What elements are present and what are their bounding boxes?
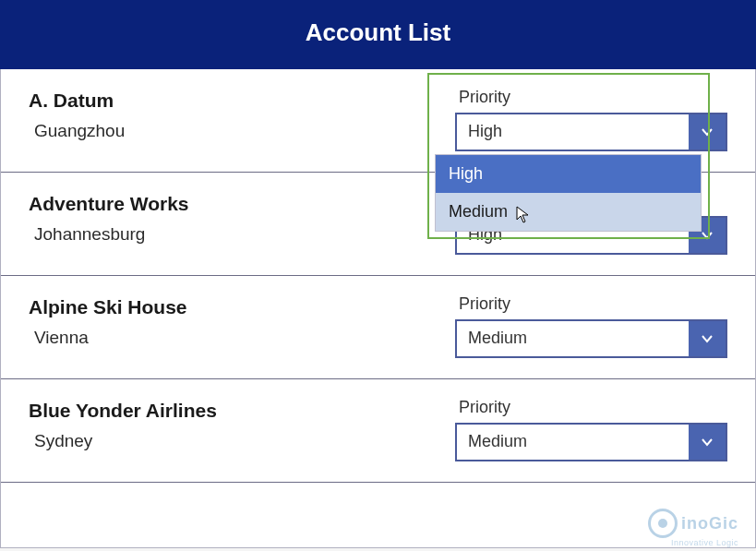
account-list: A. Datum Guangzhou Priority High Adventu… bbox=[0, 69, 756, 548]
account-location: Guangzhou bbox=[34, 121, 125, 141]
chevron-down-icon bbox=[689, 114, 726, 150]
brand-name: inoGic bbox=[681, 514, 738, 533]
priority-field: Priority Medium bbox=[455, 396, 727, 461]
priority-label: Priority bbox=[459, 398, 727, 417]
account-location: Vienna bbox=[34, 328, 187, 348]
account-info: A. Datum Guangzhou bbox=[29, 86, 125, 141]
account-location: Johannesburg bbox=[34, 224, 189, 245]
brand-tagline: Innovative Logic bbox=[671, 538, 738, 547]
page-header: Account List bbox=[0, 0, 756, 69]
priority-select[interactable]: Medium bbox=[455, 319, 727, 358]
account-name: Adventure Works bbox=[29, 193, 189, 215]
chevron-down-icon bbox=[689, 321, 726, 356]
account-row: Alpine Ski House Vienna Priority Medium bbox=[1, 276, 755, 379]
brand-watermark: inoGic bbox=[648, 509, 738, 538]
priority-value: High bbox=[457, 114, 689, 150]
priority-dropdown-panel: High Medium bbox=[435, 154, 702, 232]
account-location: Sydney bbox=[34, 431, 217, 451]
priority-label: Priority bbox=[459, 88, 727, 107]
cursor-icon bbox=[516, 206, 531, 224]
priority-value: Medium bbox=[457, 321, 689, 356]
priority-label: Priority bbox=[459, 294, 727, 314]
brand-logo-icon bbox=[648, 509, 678, 538]
chevron-down-icon bbox=[689, 425, 726, 460]
account-name: A. Datum bbox=[29, 90, 125, 112]
account-info: Adventure Works Johannesburg bbox=[29, 189, 189, 245]
priority-option-medium[interactable]: Medium bbox=[436, 193, 701, 231]
account-info: Alpine Ski House Vienna bbox=[29, 293, 187, 348]
account-name: Alpine Ski House bbox=[29, 296, 187, 318]
account-name: Blue Yonder Airlines bbox=[29, 400, 217, 422]
priority-select[interactable]: Medium bbox=[455, 423, 727, 461]
account-info: Blue Yonder Airlines Sydney bbox=[29, 396, 217, 451]
account-row: Blue Yonder Airlines Sydney Priority Med… bbox=[1, 379, 755, 483]
page-title: Account List bbox=[306, 18, 450, 46]
priority-select[interactable]: High bbox=[455, 113, 727, 151]
priority-option-high[interactable]: High bbox=[436, 155, 701, 193]
priority-field: Priority Medium bbox=[455, 293, 727, 358]
priority-field: Priority High bbox=[455, 86, 727, 151]
priority-value: Medium bbox=[457, 425, 689, 460]
